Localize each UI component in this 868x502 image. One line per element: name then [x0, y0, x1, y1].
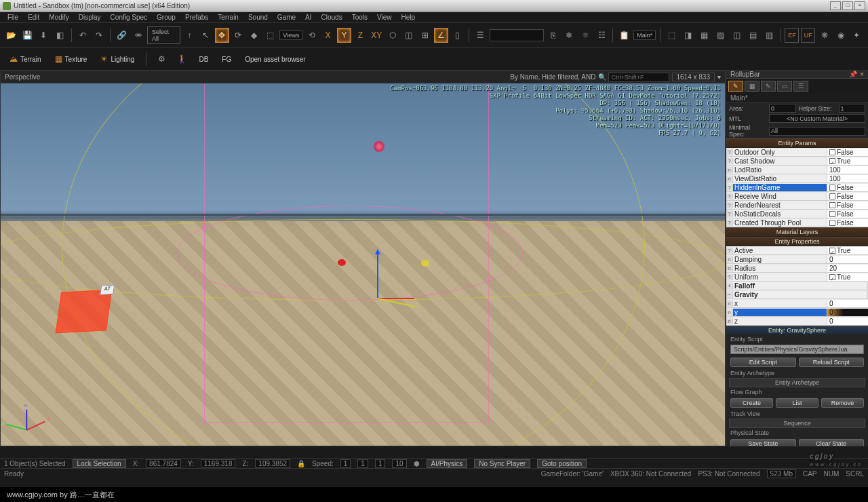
property-row[interactable]: nLodRatio100	[726, 166, 868, 174]
property-row[interactable]: ny0	[726, 308, 868, 317]
goto-icon[interactable]: ⎘	[546, 28, 560, 43]
lock-selection-button[interactable]: Lock Selection	[73, 459, 126, 468]
property-row[interactable]: ?Created Through Pool False	[726, 218, 868, 227]
3d-viewport[interactable]: AT CamPos=863.96 1184.80 113.20 Angl= 6 …	[1, 83, 725, 446]
edit-script-button[interactable]: Edit Script	[730, 358, 796, 367]
layer-name[interactable]: Main*	[726, 94, 868, 103]
select-all-button[interactable]: Select All	[147, 26, 180, 44]
handle-x[interactable]	[338, 259, 346, 266]
views-dropdown[interactable]: Views	[279, 31, 302, 40]
property-row[interactable]: ?Cast Shadow True	[726, 157, 868, 166]
particle-icon[interactable]: ❋	[817, 28, 831, 43]
tab-objects[interactable]: ▦	[745, 81, 760, 92]
entity-params-header[interactable]: Entity Params	[726, 138, 868, 148]
menu-view[interactable]: View	[372, 13, 397, 22]
menu-prefabs[interactable]: Prefabs	[180, 13, 213, 22]
export-icon[interactable]: ⬇	[37, 28, 51, 43]
layers-icon[interactable]: ☰	[473, 28, 488, 43]
unlink-icon[interactable]: ⚮	[131, 28, 145, 43]
terrain-snap-icon[interactable]: ⬡	[386, 28, 400, 43]
axis-xy-button[interactable]: XY	[370, 28, 384, 43]
menu-clouds[interactable]: Clouds	[317, 13, 347, 22]
speed-1[interactable]: 1	[357, 459, 368, 468]
ai-physics-button[interactable]: AI/Physics	[427, 459, 468, 468]
speed-10[interactable]: 10	[392, 459, 406, 468]
tab-modify[interactable]: ✎	[761, 81, 776, 92]
minspec-input[interactable]	[769, 127, 865, 136]
entity-marker[interactable]	[374, 141, 384, 152]
property-row[interactable]: −Gravity	[726, 290, 868, 299]
speed-input[interactable]: 1	[340, 459, 351, 468]
menu-tools[interactable]: Tools	[347, 13, 372, 22]
layer-dropdown-icon[interactable]: 📋	[617, 28, 631, 43]
terrain-collision-icon[interactable]: ⬢	[414, 460, 420, 467]
freeze-icon[interactable]: ❄	[562, 28, 576, 43]
property-row[interactable]: nx0	[726, 299, 868, 308]
menu-display[interactable]: Display	[74, 13, 106, 22]
redo-icon[interactable]: ↷	[92, 28, 106, 43]
area-input[interactable]	[769, 104, 796, 113]
ai-icon[interactable]: ☷	[595, 28, 609, 43]
close-panel-icon[interactable]: ×	[860, 71, 864, 78]
menu-group[interactable]: Group	[152, 13, 180, 22]
menu-ai[interactable]: AI	[300, 13, 316, 22]
grid-icon[interactable]: ⊞	[418, 28, 432, 43]
coord-z[interactable]: 109.3852	[255, 459, 290, 468]
tool-a-icon[interactable]: ⬚	[665, 28, 679, 43]
undo-icon[interactable]: ↶	[76, 28, 90, 43]
sequence-button[interactable]: Sequence	[729, 419, 865, 428]
sphere-icon[interactable]: ◉	[833, 28, 848, 43]
lock-icon[interactable]: 🔒	[297, 460, 305, 467]
property-row[interactable]: ?Outdoor Only False	[726, 148, 868, 157]
object-snap-icon[interactable]: ◫	[402, 28, 416, 43]
axis-y-button[interactable]: Y	[337, 28, 351, 43]
handle-z[interactable]	[421, 260, 429, 267]
property-row[interactable]: ?HiddenInGame False	[726, 183, 868, 192]
character-icon[interactable]: 🚶	[174, 52, 189, 66]
archetype-button[interactable]: Entity Archetype	[729, 378, 865, 387]
helper-size-input[interactable]	[839, 104, 866, 113]
tool-d-icon[interactable]: ▨	[713, 28, 728, 43]
axis-x-button[interactable]: X	[321, 28, 335, 43]
rotate-icon[interactable]: ⟳	[231, 28, 245, 43]
flow-list-button[interactable]: List	[776, 398, 818, 408]
menu-terrain[interactable]: Terrain	[213, 13, 243, 22]
property-row[interactable]: nz0	[726, 317, 868, 326]
link-icon[interactable]: 🔗	[115, 28, 129, 43]
script-path[interactable]: Scripts/Entities/Physics/GravitySphere.l…	[730, 345, 864, 354]
viewport-label[interactable]: Perspective	[5, 73, 40, 81]
hold-icon[interactable]: ◧	[53, 28, 67, 43]
tool-b-icon[interactable]: ◨	[681, 28, 695, 43]
menu-file[interactable]: File	[3, 13, 23, 22]
select-area-icon[interactable]: ⬚	[263, 28, 277, 43]
reload-script-button[interactable]: Reload Script	[799, 358, 865, 367]
arrow-icon[interactable]: ↑	[182, 28, 197, 43]
texture-tool[interactable]: ▦Texture	[51, 52, 92, 66]
flow-create-button[interactable]: Create	[730, 398, 773, 408]
pin-icon[interactable]: 📌	[849, 71, 857, 78]
menu-modify[interactable]: Modify	[44, 13, 73, 22]
gear-icon[interactable]: ⚙	[154, 52, 169, 66]
tab-layers[interactable]: ☰	[793, 81, 808, 92]
clear-state-button[interactable]: Clear State	[799, 439, 865, 446]
entity-props-header[interactable]: Entity Properties	[726, 237, 868, 246]
layer-input[interactable]	[490, 29, 544, 41]
angle-snap-icon[interactable]: ∠	[434, 28, 448, 43]
flow-remove-button[interactable]: Remove	[821, 398, 864, 408]
property-row[interactable]: ?Receive Wind False	[726, 192, 868, 201]
property-row[interactable]: ?NoStaticDecals False	[726, 210, 868, 218]
property-row[interactable]: nViewDistRatio100	[726, 174, 868, 183]
lighting-tool[interactable]: ☀Lighting	[96, 52, 138, 66]
tool-f-icon[interactable]: ▤	[746, 28, 760, 43]
coord-y[interactable]: 1169.318	[201, 459, 236, 468]
speed-2[interactable]: 1	[375, 459, 386, 468]
menu-edit[interactable]: Edit	[23, 13, 44, 22]
ruler-icon[interactable]: ▯	[450, 28, 465, 43]
save-state-button[interactable]: Save State	[730, 439, 796, 446]
menu-help[interactable]: Help	[397, 13, 420, 22]
scale-icon[interactable]: ◆	[248, 28, 262, 43]
search-input[interactable]	[608, 73, 669, 82]
property-row[interactable]: +Falloff	[726, 282, 868, 290]
physics-icon[interactable]: ⚛	[578, 28, 593, 43]
db-tool[interactable]: DB	[195, 54, 212, 65]
